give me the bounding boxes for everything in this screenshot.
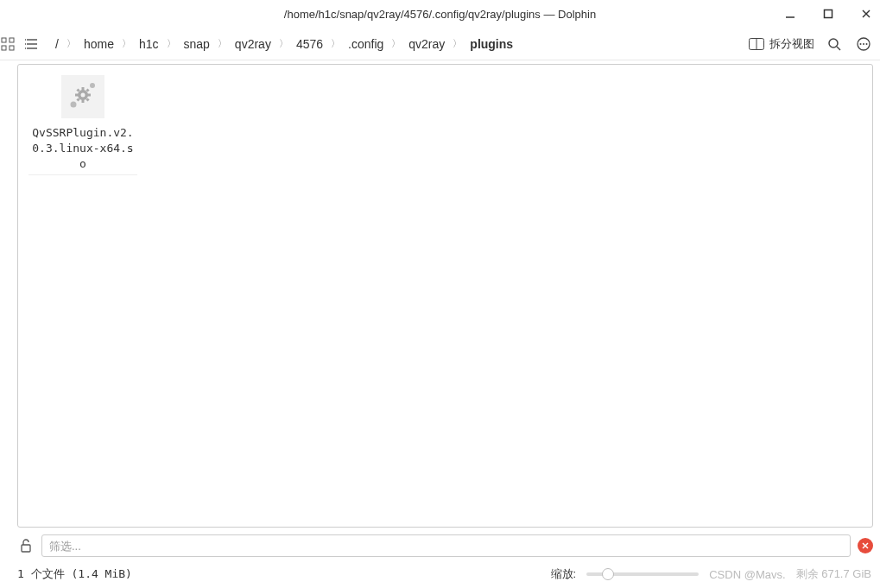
svg-rect-27	[87, 94, 91, 97]
minimize-button[interactable]	[782, 5, 799, 22]
search-icon[interactable]	[825, 35, 844, 54]
zoom-slider-thumb[interactable]	[602, 568, 614, 580]
titlebar: /home/h1c/snap/qv2ray/4576/.config/qv2ra…	[0, 0, 880, 28]
filter-bar	[0, 531, 880, 560]
crumb-config[interactable]: .config	[345, 35, 387, 53]
svg-rect-24	[82, 87, 85, 91]
gear-icon	[61, 75, 104, 118]
svg-point-19	[860, 43, 862, 45]
status-file-count: 1 个文件 (1.4 MiB)	[17, 566, 541, 582]
svg-line-17	[837, 47, 840, 50]
crumb-qv2ray[interactable]: qv2ray	[231, 35, 275, 53]
svg-rect-7	[9, 46, 14, 50]
crumb-qv2ray2[interactable]: qv2ray	[405, 35, 448, 53]
svg-point-11	[25, 39, 26, 41]
list-view-icon[interactable]	[22, 35, 41, 54]
chevron-right-icon: 〉	[119, 37, 134, 50]
status-disk-remaining: 剩余 671.7 GiB	[796, 566, 871, 582]
svg-rect-34	[22, 545, 30, 552]
chevron-right-icon: 〉	[328, 37, 343, 50]
svg-point-21	[866, 43, 868, 45]
close-button[interactable]	[858, 5, 875, 22]
chevron-right-icon: 〉	[389, 37, 403, 50]
window-controls	[782, 0, 875, 28]
crumb-h1c[interactable]: h1c	[136, 35, 162, 53]
watermark: CSDN @Mavs.	[709, 568, 785, 581]
breadcrumb: / 〉 home 〉 h1c 〉 snap 〉 qv2ray 〉 4576 〉 …	[52, 35, 744, 53]
chevron-right-icon: 〉	[450, 37, 465, 50]
window-title: /home/h1c/snap/qv2ray/4576/.config/qv2ra…	[284, 8, 596, 21]
menu-icon[interactable]	[854, 35, 873, 54]
chevron-right-icon: 〉	[276, 37, 291, 50]
crumb-root[interactable]: /	[52, 35, 62, 53]
svg-rect-25	[82, 99, 85, 103]
svg-rect-4	[2, 38, 6, 42]
svg-point-23	[81, 93, 85, 98]
filter-input[interactable]	[41, 534, 851, 557]
svg-point-33	[90, 83, 95, 88]
split-view-icon	[749, 38, 764, 50]
unlock-icon[interactable]	[17, 537, 35, 554]
close-filter-icon[interactable]	[858, 538, 873, 553]
svg-rect-5	[9, 38, 14, 42]
crumb-snap[interactable]: snap	[180, 35, 213, 53]
svg-rect-26	[75, 94, 79, 97]
toolbar: / 〉 home 〉 h1c 〉 snap 〉 qv2ray 〉 4576 〉 …	[0, 28, 880, 60]
icon-view-icon[interactable]	[0, 35, 17, 54]
svg-point-13	[25, 47, 26, 49]
zoom-slider[interactable]	[586, 572, 699, 576]
svg-point-16	[829, 39, 838, 47]
statusbar: 1 个文件 (1.4 MiB) 缩放: CSDN @Mavs. 剩余 671.7…	[0, 560, 880, 588]
svg-point-20	[863, 43, 864, 45]
chevron-right-icon: 〉	[164, 37, 179, 50]
file-label: QvSSRPlugin.v2.0.3.linux-x64.so	[28, 123, 137, 175]
chevron-right-icon: 〉	[215, 37, 230, 50]
svg-rect-1	[825, 10, 833, 18]
svg-rect-6	[2, 46, 6, 50]
split-view-label: 拆分视图	[769, 36, 814, 52]
split-view-button[interactable]: 拆分视图	[749, 36, 814, 52]
crumb-current[interactable]: plugins	[466, 35, 516, 53]
chevron-right-icon: 〉	[64, 37, 79, 50]
file-item[interactable]: QvSSRPlugin.v2.0.3.linux-x64.so	[28, 75, 137, 175]
maximize-button[interactable]	[820, 5, 837, 22]
zoom-label: 缩放:	[551, 566, 577, 582]
svg-point-32	[71, 102, 77, 108]
svg-point-12	[25, 43, 26, 45]
file-view[interactable]: QvSSRPlugin.v2.0.3.linux-x64.so	[17, 64, 873, 528]
crumb-4576[interactable]: 4576	[293, 35, 326, 53]
crumb-home[interactable]: home	[80, 35, 117, 53]
toolbar-right: 拆分视图	[749, 35, 873, 54]
